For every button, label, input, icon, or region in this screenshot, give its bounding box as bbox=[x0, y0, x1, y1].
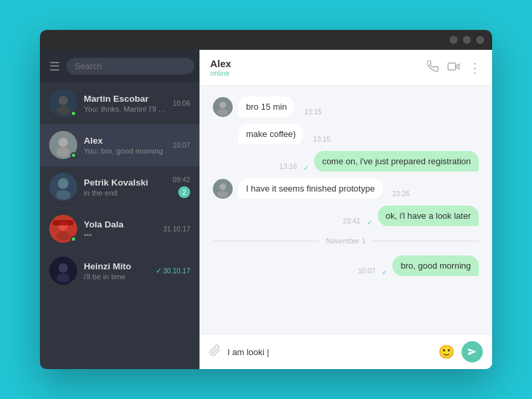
contact-info-heinzi: Heinzi Mito i'll be in time bbox=[84, 261, 152, 281]
titlebar-btn-2[interactable] bbox=[463, 36, 471, 44]
contact-time-alex: 10:07 bbox=[173, 141, 190, 149]
avatar-wrap-heinzi bbox=[49, 257, 77, 285]
msg-avatar-alex bbox=[213, 97, 233, 117]
message-row: 13:16 ✓ come on, i've just prepared regi… bbox=[213, 151, 479, 172]
contact-name-petrik: Petrik Kovalski bbox=[84, 178, 169, 188]
msg-time: 10:07 bbox=[358, 267, 375, 275]
message-row: make coffee) 13:15 bbox=[213, 124, 479, 144]
chat-contact-status: online bbox=[210, 69, 427, 77]
contacts-list: Martin Escobar You: thnks, Martin! I'll … bbox=[40, 82, 200, 369]
contact-name-yola: Yola Dala bbox=[84, 219, 159, 229]
contact-info-martin: Martin Escobar You: thnks, Martin! I'll … bbox=[84, 94, 169, 113]
message-row: 23:41 ✓ ok, i'l have a look later bbox=[213, 205, 479, 226]
bubble-received: I have it seems finished prototype bbox=[238, 178, 383, 199]
contact-item-yola[interactable]: Yola Dala ••• 31.10.17 bbox=[40, 208, 200, 250]
avatar-wrap-petrik bbox=[49, 173, 77, 201]
send-button[interactable] bbox=[462, 341, 483, 362]
svg-point-23 bbox=[217, 191, 228, 198]
hamburger-icon[interactable]: ☰ bbox=[49, 59, 60, 74]
contact-name-heinzi: Heinzi Mito bbox=[84, 261, 152, 271]
bubble-received: make coffee) bbox=[238, 124, 304, 144]
svg-point-4 bbox=[59, 138, 68, 147]
contact-time-yola: 31.10.17 bbox=[163, 225, 190, 233]
chat-area: Alex online ⋮ bbox=[200, 50, 492, 369]
contact-meta-yola: 31.10.17 bbox=[163, 225, 190, 233]
search-input[interactable] bbox=[66, 58, 194, 74]
sidebar-header: ☰ bbox=[40, 50, 200, 82]
read-check-heinzi: ✓ bbox=[156, 267, 162, 275]
sent-check-icon: ✓ bbox=[382, 269, 387, 276]
contact-item-heinzi[interactable]: Heinzi Mito i'll be in time ✓ 30.10.17 bbox=[40, 250, 200, 292]
contact-item-alex[interactable]: Alex You: bro, good morning 10:07 bbox=[40, 124, 200, 166]
avatar-wrap-yola bbox=[49, 215, 77, 243]
avatar-wrap-martin bbox=[49, 89, 77, 117]
svg-point-19 bbox=[219, 102, 226, 108]
svg-rect-12 bbox=[53, 220, 74, 225]
titlebar-btn-3[interactable] bbox=[476, 36, 484, 44]
svg-rect-17 bbox=[448, 63, 456, 70]
msg-time: 13:15 bbox=[304, 108, 321, 116]
contact-name-alex: Alex bbox=[84, 136, 169, 146]
app-window: ☰ bbox=[40, 30, 492, 369]
svg-point-11 bbox=[57, 231, 70, 241]
avatar-heinzi bbox=[49, 257, 77, 285]
online-dot-yola bbox=[70, 236, 76, 242]
svg-point-2 bbox=[57, 106, 70, 115]
contact-info-petrik: Petrik Kovalski in the end bbox=[84, 178, 169, 197]
contact-preview-yola: ••• bbox=[84, 231, 159, 239]
chat-contact-name: Alex bbox=[210, 58, 427, 69]
svg-point-8 bbox=[56, 190, 70, 200]
phone-icon[interactable] bbox=[427, 61, 439, 75]
contact-item-martin[interactable]: Martin Escobar You: thnks, Martin! I'll … bbox=[40, 82, 200, 124]
message-row: bro 15 min 13:15 bbox=[213, 96, 479, 117]
chat-header: Alex online ⋮ bbox=[200, 50, 492, 86]
more-icon[interactable]: ⋮ bbox=[468, 60, 481, 76]
bubble-sent: ok, i'l have a look later bbox=[378, 205, 479, 226]
unread-badge-petrik: 2 bbox=[178, 186, 190, 198]
contact-item-petrik[interactable]: Petrik Kovalski in the end 09:42 2 bbox=[40, 166, 200, 208]
msg-time: 23:41 bbox=[343, 217, 360, 225]
contact-preview-alex: You: bro, good morning bbox=[84, 147, 169, 155]
contact-meta-petrik: 09:42 2 bbox=[173, 176, 190, 198]
video-icon[interactable] bbox=[447, 61, 460, 75]
titlebar-btn-1[interactable] bbox=[450, 36, 458, 44]
contact-name-martin: Martin Escobar bbox=[84, 94, 169, 104]
avatar-petrik bbox=[49, 173, 77, 201]
svg-marker-16 bbox=[456, 64, 459, 69]
message-row: I have it seems finished prototype 23:26 bbox=[213, 178, 479, 199]
contact-time-petrik: 09:42 bbox=[173, 176, 190, 184]
attach-icon[interactable] bbox=[209, 344, 221, 360]
contact-time-martin: 10:06 bbox=[173, 99, 190, 107]
contact-preview-petrik: in the end bbox=[84, 189, 169, 197]
emoji-icon[interactable]: 🙂 bbox=[438, 344, 455, 360]
svg-point-7 bbox=[58, 178, 68, 189]
titlebar bbox=[40, 30, 492, 50]
svg-point-5 bbox=[57, 148, 70, 157]
contact-preview-heinzi: i'll be in time bbox=[84, 273, 152, 281]
app-body: ☰ bbox=[40, 50, 492, 369]
date-divider: November 1 bbox=[213, 233, 479, 249]
msg-time: 13:15 bbox=[313, 135, 331, 143]
msg-time: 23:26 bbox=[392, 190, 410, 198]
chat-input-area: 🙂 bbox=[200, 334, 492, 369]
svg-point-14 bbox=[59, 263, 68, 273]
contact-meta-heinzi: ✓ 30.10.17 bbox=[156, 267, 190, 275]
contact-meta-martin: 10:06 bbox=[173, 99, 190, 107]
bubble-sent: come on, i've just prepared registration bbox=[314, 151, 479, 172]
online-dot-alex bbox=[70, 152, 76, 158]
svg-point-20 bbox=[217, 109, 228, 116]
msg-avatar-alex-2 bbox=[213, 179, 233, 199]
contact-time-heinzi: 30.10.17 bbox=[163, 267, 190, 275]
bubble-received: bro 15 min bbox=[238, 96, 295, 117]
contact-preview-martin: You: thnks, Martin! I'll be at the... bbox=[84, 105, 169, 113]
online-dot-martin bbox=[70, 110, 76, 116]
sidebar: ☰ bbox=[40, 50, 200, 369]
message-row: 10:07 ✓ bro, good morning bbox=[213, 255, 479, 276]
sent-check-icon: ✓ bbox=[367, 219, 372, 226]
chat-input[interactable] bbox=[227, 347, 432, 357]
svg-point-15 bbox=[57, 273, 70, 283]
chat-contact-info: Alex online bbox=[210, 58, 427, 77]
sent-check-icon: ✓ bbox=[303, 164, 309, 172]
svg-point-1 bbox=[59, 96, 68, 105]
avatar-wrap-alex bbox=[49, 131, 77, 159]
